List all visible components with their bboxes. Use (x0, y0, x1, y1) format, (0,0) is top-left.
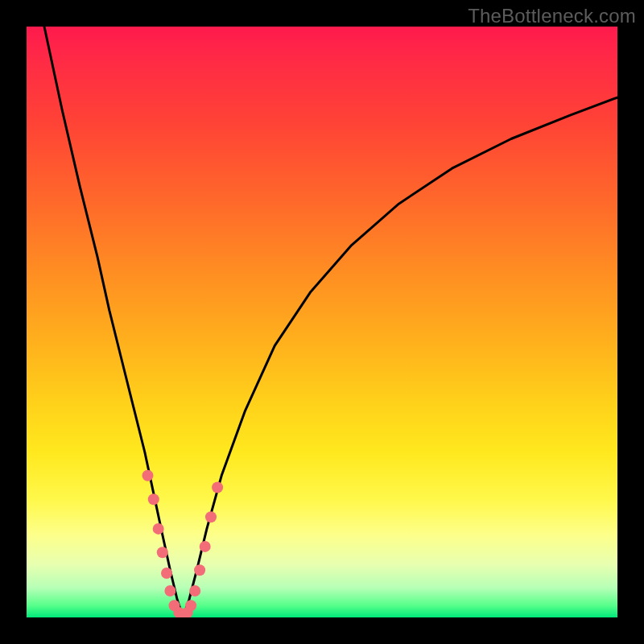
valley-marker (164, 585, 175, 597)
valley-marker (148, 493, 159, 505)
watermark-text: TheBottleneck.com (468, 5, 636, 27)
valley-marker (212, 482, 223, 493)
valley-marker (205, 511, 217, 522)
valley-marker (153, 523, 164, 535)
valley-marker (142, 470, 154, 481)
valley-marker (194, 564, 205, 576)
valley-marker (161, 568, 172, 579)
valley-marker (157, 547, 168, 558)
valley-marker (189, 585, 200, 597)
curve-overlay (27, 27, 617, 617)
valley-marker (185, 600, 196, 611)
valley-marker (200, 541, 211, 552)
curve-right-arm (184, 97, 618, 617)
outer-frame: TheBottleneck.com (0, 0, 644, 644)
